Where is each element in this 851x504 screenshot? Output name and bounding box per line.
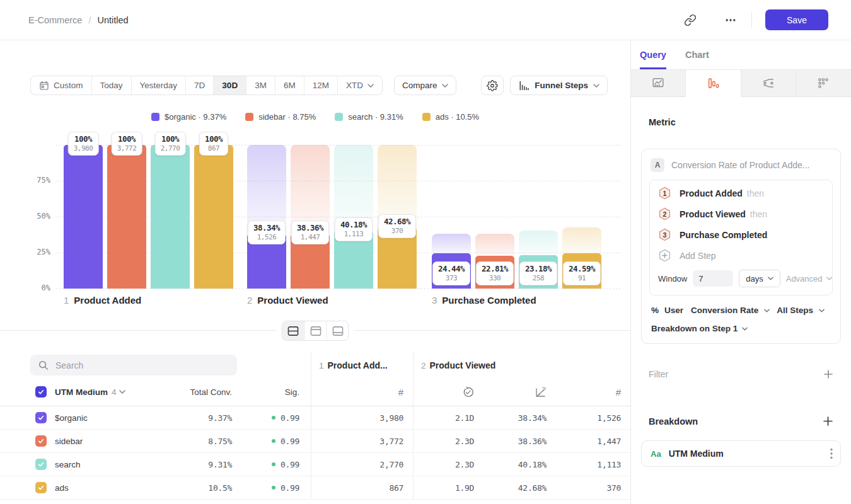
tab-chart[interactable]: Chart <box>685 40 709 69</box>
chart-type-tab-insights[interactable] <box>631 70 686 97</box>
chart-type-tab-funnel[interactable] <box>686 70 741 97</box>
count-icon[interactable]: # <box>616 387 621 398</box>
layout-split-view-button[interactable] <box>282 321 304 340</box>
query-panel: Query Chart Metric <box>630 40 851 504</box>
total-conv-column-header[interactable]: Total Conv. <box>190 387 232 397</box>
breadcrumb: E-Commerce / Untitled <box>28 15 129 25</box>
save-button[interactable]: Save <box>765 9 828 30</box>
row-checkbox[interactable] <box>35 459 47 470</box>
tab-query[interactable]: Query <box>640 40 666 69</box>
step-number: 1 <box>64 295 69 306</box>
bar-count: 1,526 <box>253 233 280 241</box>
bar-value-label: 24.44%373 <box>432 261 470 285</box>
row-step2-count: 1,113 <box>552 453 630 476</box>
row-label-cell: $organic <box>0 406 177 429</box>
bar-value-label: 23.18%258 <box>519 261 557 285</box>
metric-section-heading: Metric <box>649 117 841 127</box>
chart-type-strip <box>631 69 851 97</box>
panel-splitter <box>0 321 630 341</box>
significance-dot <box>272 486 275 490</box>
row-checkbox[interactable] <box>35 435 47 447</box>
window-value-input[interactable] <box>693 270 733 287</box>
advanced-toggle[interactable]: Advanced <box>786 274 832 284</box>
bar-conversion-pct: 24.44% <box>438 264 465 273</box>
steps-scope-select[interactable]: All Steps <box>777 306 813 315</box>
funnel-step-row-1[interactable]: 1 Product Added then <box>650 183 832 203</box>
funnel-step-row-3[interactable]: 3 Purchase Completed <box>650 224 832 245</box>
row-significance: 0.99 <box>232 430 311 452</box>
step-number-badge: 2 <box>658 207 671 220</box>
row-label-cell: search <box>0 453 177 476</box>
more-actions-button[interactable] <box>720 10 741 30</box>
breadcrumb-title[interactable]: Untitled <box>97 15 128 25</box>
breakdown-on-label: Breakdown on Step 1 <box>651 324 738 333</box>
row-step2-time: 2.3D <box>413 453 479 476</box>
add-step-label: Add Step <box>680 251 716 261</box>
gridline <box>55 289 621 289</box>
funnel-bar[interactable] <box>194 145 233 289</box>
line-chart-icon <box>651 76 665 90</box>
step-number: 2 <box>247 295 252 306</box>
window-unit-select[interactable]: days <box>739 270 780 287</box>
select-all-checkbox[interactable] <box>35 386 47 398</box>
kebab-menu-icon[interactable] <box>830 448 833 459</box>
step-name: Product Viewed <box>257 295 328 306</box>
step-name: Product Viewed <box>430 360 496 370</box>
chart-type-tab-retention[interactable] <box>796 70 851 97</box>
bar-value-label: 40.18%1,113 <box>335 217 373 241</box>
funnel-bar[interactable] <box>151 145 190 289</box>
step-number: 2 <box>421 361 426 370</box>
measure-select[interactable]: Conversion Rate <box>691 306 758 315</box>
percent-label: % <box>651 306 659 315</box>
bar-value-label: 42.68%370 <box>378 214 416 238</box>
row-checkbox[interactable] <box>35 412 47 423</box>
row-checkbox[interactable] <box>35 482 47 493</box>
row-name: sidebar <box>55 437 83 446</box>
table-search[interactable] <box>30 355 237 375</box>
row-total-conv: 10.5% <box>177 476 232 499</box>
plus-icon <box>823 416 833 427</box>
bar-conversion-pct: 100% <box>205 134 223 144</box>
row-name: $organic <box>55 413 88 423</box>
window-label: Window <box>658 274 687 284</box>
row-significance: 0.99 <box>232 453 311 476</box>
row-total-conv: 8.75% <box>177 430 232 452</box>
search-input[interactable] <box>55 360 229 370</box>
bar-value-label: 100%3,980 <box>68 132 99 156</box>
breadcrumb-project[interactable]: E-Commerce <box>28 15 82 25</box>
funnel-step-row-2[interactable]: 2 Product Viewed then <box>650 203 832 224</box>
bar-value-label: 100%867 <box>199 132 228 156</box>
breakdown-on-row[interactable]: Breakdown on Step 1 <box>649 324 833 335</box>
add-step-row[interactable]: Add Step <box>650 245 832 266</box>
bar-conversion-pct: 38.36% <box>297 223 323 232</box>
table-row: sidebar8.75%0.993,7722.3D38.36%1,447 <box>0 430 630 453</box>
breakdown-column-header[interactable]: UTM Medium 4 <box>55 387 125 397</box>
add-breakdown-button[interactable] <box>823 416 833 427</box>
bar-count: 2,770 <box>161 144 180 152</box>
bar-conversion-pct: 22.81% <box>482 264 508 273</box>
time-to-convert-icon[interactable] <box>462 386 474 398</box>
metric-title-row[interactable]: A Conversion Rate of Product Adde... <box>649 157 833 173</box>
count-icon[interactable]: # <box>398 387 403 398</box>
step-number-badge: 3 <box>658 228 671 241</box>
step-axis-label: 1Product Added <box>64 295 141 306</box>
funnel-ghost-bar <box>519 231 558 255</box>
significance-column-header[interactable]: Sig. <box>285 387 299 397</box>
conversion-rate-icon[interactable]: % <box>535 386 547 398</box>
breakdown-property-card[interactable]: Aa UTM Medium <box>641 440 841 467</box>
entity-label[interactable]: User <box>664 306 683 315</box>
layout-chart-view-button[interactable] <box>304 321 327 340</box>
table-step2-group-header: 2Product Viewed <box>413 352 630 378</box>
svg-text:%: % <box>542 386 546 391</box>
funnel-bar[interactable] <box>64 145 103 289</box>
copy-link-button[interactable] <box>680 10 701 30</box>
funnel-bar[interactable] <box>107 145 146 289</box>
chart-type-tab-flow[interactable] <box>741 70 796 97</box>
add-filter-button[interactable] <box>823 369 833 379</box>
bar-value-label: 22.81%330 <box>476 261 514 285</box>
layout-table-view-button[interactable] <box>327 321 349 340</box>
bar-conversion-pct: 100% <box>161 134 180 144</box>
panel-tabs: Query Chart <box>631 40 851 69</box>
bar-value-label: 100%2,770 <box>155 132 186 156</box>
chevron-down-icon <box>119 390 125 394</box>
